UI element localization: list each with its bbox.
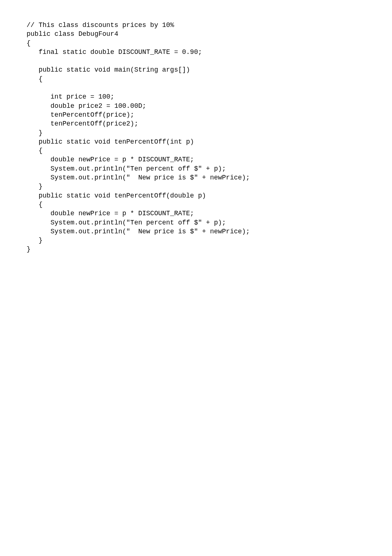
code-block: // This class discounts prices by 10% pu… <box>0 0 392 254</box>
